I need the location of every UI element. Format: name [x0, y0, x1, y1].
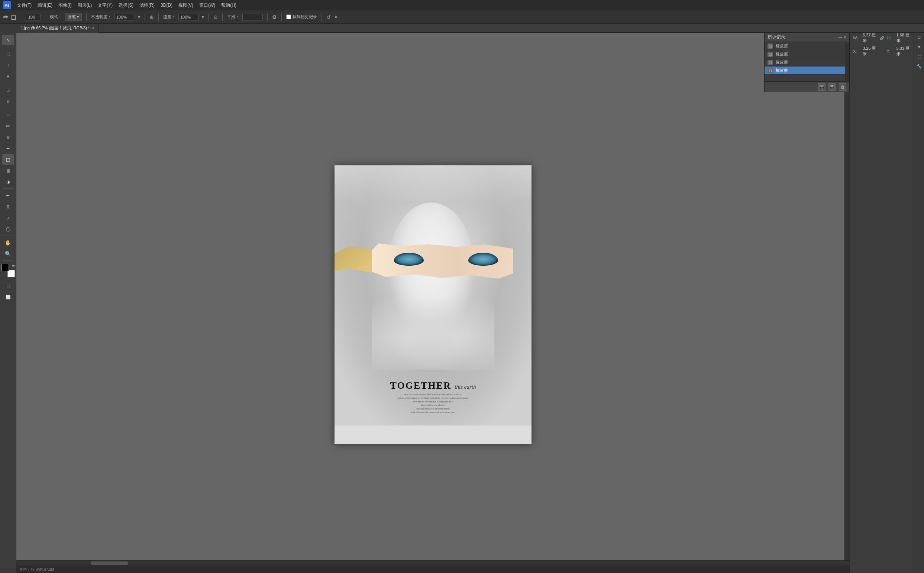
- vertical-scrollbar[interactable]: [844, 33, 850, 560]
- link-icon[interactable]: 🔗: [879, 35, 885, 41]
- tool-path-select[interactable]: ▷: [2, 213, 14, 223]
- separator-4: [144, 13, 145, 21]
- history-delete-btn[interactable]: 🗑: [839, 83, 846, 91]
- history-scrollbar[interactable]: [845, 42, 849, 81]
- separator-7: [222, 13, 222, 21]
- opacity-label: 不透明度：: [91, 14, 111, 20]
- link-icon-2: [879, 49, 885, 54]
- history-item-4[interactable]: ◻ 橡皮擦: [764, 67, 849, 75]
- menu-bar: Ps 文件(F) 编辑(E) 图像(I) 图层(L) 文字(Y) 选择(S) 滤…: [0, 0, 924, 10]
- tool-lasso[interactable]: ⌇: [2, 60, 14, 70]
- tool-sep-2: [3, 83, 13, 83]
- menu-view[interactable]: 视图(V): [179, 2, 193, 9]
- tool-healing[interactable]: ⊕: [2, 110, 14, 120]
- history-checkbox[interactable]: [286, 14, 291, 19]
- menu-edit[interactable]: 编辑(E): [38, 2, 52, 9]
- menu-image[interactable]: 图像(I): [58, 2, 71, 9]
- tab-close-button[interactable]: ×: [92, 26, 94, 30]
- foreground-color-swatch[interactable]: [2, 264, 9, 271]
- history-panel: 历史记录 — × ◻ 橡皮擦 ◻ 橡皮擦 ◻ 橡皮擦 ◻ 橡皮擦 📷 📸 🗑: [764, 33, 850, 92]
- tool-sep-1: [3, 47, 13, 47]
- history-item-icon-3: ◻: [767, 60, 773, 65]
- history-item-label-2: 橡皮擦: [776, 51, 788, 57]
- history-title: 历史记录: [767, 34, 785, 41]
- tool-dodge[interactable]: ◑: [2, 177, 14, 187]
- body-line-6: that will never be conducted as long we …: [377, 411, 489, 414]
- this-earth-text: this earth: [454, 384, 476, 390]
- options-bar: ✏ ◻ 100 模式： 画笔 ▾ 不透明度： ▾ ⊕ 流量： ▾ ⊙ 平滑： ⚙…: [0, 10, 924, 24]
- menu-filter[interactable]: 滤镜(R): [139, 2, 155, 9]
- history-close-icon[interactable]: ×: [844, 35, 846, 40]
- history-footer: 📷 📸 🗑: [764, 81, 849, 92]
- separator-1: [21, 13, 21, 21]
- properties-icon-4[interactable]: ⬚: [915, 53, 923, 60]
- tool-history-brush[interactable]: ↩: [2, 143, 14, 153]
- h-scrollbar-thumb[interactable]: [91, 562, 128, 565]
- status-bar: 文档：47.3M/147.2M: [16, 565, 850, 573]
- props-h-value: 1.68 厘米: [896, 32, 911, 44]
- horizontal-scrollbar[interactable]: [16, 560, 850, 565]
- opacity-slider-icon[interactable]: ▾: [138, 14, 140, 20]
- angle-icon[interactable]: ✦: [334, 14, 338, 20]
- separator-3: [86, 13, 87, 21]
- settings-icon[interactable]: ⚙: [272, 14, 277, 20]
- history-item-2[interactable]: ◻ 橡皮擦: [764, 50, 849, 58]
- history-item-3[interactable]: ◻ 橡皮擦: [764, 58, 849, 67]
- menu-file[interactable]: 文件(F): [17, 2, 31, 9]
- menu-window[interactable]: 窗口(W): [199, 2, 215, 9]
- flow-input[interactable]: [179, 14, 199, 20]
- chevron-down-icon: ▾: [77, 14, 79, 19]
- tool-eraser[interactable]: ◻: [2, 154, 14, 164]
- menu-3d[interactable]: 3D(D): [161, 3, 172, 8]
- airbrush-icon[interactable]: ⊕: [149, 14, 154, 20]
- tool-marquee[interactable]: ⬚: [2, 49, 14, 59]
- tool-pen[interactable]: ✒: [2, 190, 14, 200]
- properties-icon-3[interactable]: ✦: [915, 43, 923, 50]
- tool-shape[interactable]: ◯: [2, 224, 14, 234]
- menu-help[interactable]: 帮助(H): [221, 2, 236, 9]
- flow-label: 流量：: [163, 14, 175, 20]
- history-item-1[interactable]: ◻ 橡皮擦: [764, 42, 849, 50]
- history-new-snapshot-btn[interactable]: 📷: [818, 83, 825, 91]
- tool-move[interactable]: ↖: [2, 35, 14, 45]
- history-collapse-icon[interactable]: —: [838, 35, 842, 40]
- opacity-input[interactable]: [114, 14, 135, 20]
- tool-eyedropper[interactable]: ⊘: [2, 96, 14, 106]
- history-create-btn[interactable]: 📸: [828, 83, 836, 91]
- tool-screen-mode[interactable]: ⬜: [2, 292, 14, 302]
- tool-clone[interactable]: ⊛: [2, 132, 14, 142]
- flow-slider-icon[interactable]: ▾: [202, 14, 204, 20]
- flow-link-icon[interactable]: ⊙: [213, 14, 218, 20]
- tool-magic-wand[interactable]: ✦: [2, 71, 14, 81]
- props-w-label: W:: [853, 36, 860, 40]
- swap-colors-icon[interactable]: ⇆: [12, 264, 15, 268]
- color-picker[interactable]: ⇆: [2, 264, 15, 277]
- tool-hand[interactable]: ✋: [2, 238, 14, 248]
- tool-quick-mask[interactable]: ⊡: [2, 280, 14, 291]
- properties-right-icons: ⚙ ⊡ ✦ ⬚ 🔧: [914, 21, 924, 573]
- photo-composite: TOGETHER this earth why you come into my…: [335, 165, 531, 444]
- rotate-icon[interactable]: ↺: [326, 14, 331, 20]
- tool-sep-4: [3, 188, 13, 189]
- tool-gradient[interactable]: ▦: [2, 165, 14, 176]
- tab-label: 1.jpg @ 66.7% (图层 1 拷贝, RGB/8) *: [21, 25, 89, 31]
- tool-crop[interactable]: ⊡: [2, 85, 14, 95]
- eye-left: [394, 253, 424, 266]
- smooth-label: 平滑：: [227, 14, 240, 20]
- canvas-text-block: TOGETHER this earth why you come into my…: [377, 380, 489, 414]
- tool-brush[interactable]: ✏: [2, 121, 14, 131]
- menu-text[interactable]: 文字(Y): [98, 2, 113, 9]
- tab-current-file[interactable]: 1.jpg @ 66.7% (图层 1 拷贝, RGB/8) * ×: [16, 24, 99, 33]
- menu-layer[interactable]: 图层(L): [78, 2, 92, 9]
- history-label: 抹到历史记录: [293, 14, 317, 20]
- menu-select[interactable]: 选择(S): [119, 2, 133, 9]
- mode-select[interactable]: 画笔 ▾: [65, 13, 82, 21]
- tool-zoom[interactable]: 🔍: [2, 249, 14, 259]
- smooth-input[interactable]: [242, 14, 263, 20]
- properties-icon-2[interactable]: ⊡: [915, 33, 923, 41]
- tool-text[interactable]: T: [2, 201, 14, 212]
- props-y-value: 5.01 厘米: [896, 46, 911, 57]
- app-logo: Ps: [3, 1, 11, 9]
- properties-icon-5[interactable]: 🔧: [915, 63, 923, 70]
- canvas-area: TOGETHER this earth why you come into my…: [16, 33, 850, 565]
